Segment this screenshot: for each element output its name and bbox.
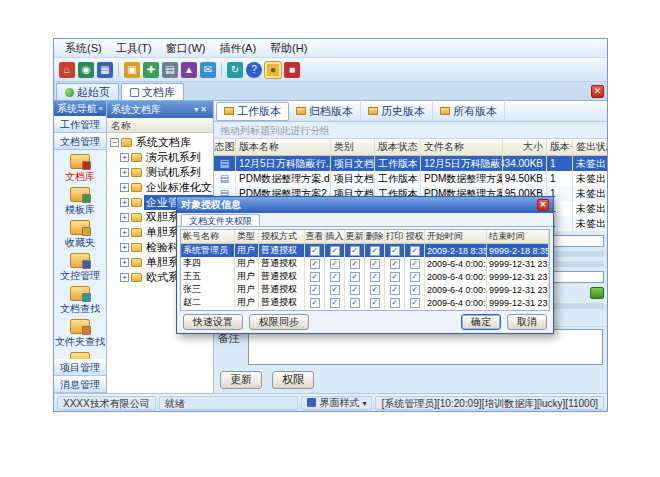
pin-icon[interactable]: ▾✕ — [194, 105, 209, 114]
detail-input[interactable] — [553, 271, 604, 283]
collapse-icon[interactable]: « — [99, 104, 103, 113]
lock-icon[interactable]: ● — [265, 62, 281, 78]
close-tab-icon[interactable] — [591, 85, 604, 98]
delete-checkbox[interactable]: ✓ — [370, 298, 380, 308]
permission-row[interactable]: 张三 用户 普通授权 ✓ ✓ ✓ ✓ ✓ ✓ 2009-6-4 0:00:00 … — [181, 283, 549, 296]
update-checkbox[interactable]: ✓ — [350, 246, 360, 256]
col-version-status[interactable]: 版本状态 — [375, 139, 421, 155]
menu-window[interactable]: 窗口(W) — [159, 39, 213, 58]
permission-row[interactable]: 系统管理员 用户 普通授权 ✓ ✓ ✓ ✓ ✓ ✓ 2009-2-18 8:35… — [181, 244, 549, 257]
tree-node[interactable]: 测试机系列 — [107, 165, 213, 180]
tree-node[interactable]: 企业标准化文件 — [107, 180, 213, 195]
mail-icon[interactable]: ✉ — [200, 62, 216, 78]
save-icon[interactable]: ▦ — [97, 62, 113, 78]
detail-input[interactable] — [553, 235, 604, 247]
view-checkbox[interactable]: ✓ — [310, 259, 320, 269]
insert-checkbox[interactable]: ✓ — [330, 246, 340, 256]
update-checkbox[interactable]: ✓ — [350, 272, 360, 282]
insert-checkbox[interactable]: ✓ — [330, 285, 340, 295]
col-file-name[interactable]: 文件名称 — [421, 139, 503, 155]
ok-button[interactable]: 确定 — [461, 314, 501, 330]
tree-node[interactable]: 演示机系列 — [107, 150, 213, 165]
print-checkbox[interactable]: ✓ — [390, 285, 400, 295]
authorize-checkbox[interactable]: ✓ — [410, 272, 420, 282]
exit-icon[interactable]: ■ — [284, 62, 300, 78]
menu-tools[interactable]: 工具(T) — [109, 39, 159, 58]
update-button[interactable]: 更新 — [220, 371, 262, 389]
print-checkbox[interactable]: ✓ — [390, 246, 400, 256]
ui-style-selector[interactable]: 界面样式 — [301, 396, 372, 410]
dialog-title-bar[interactable]: 对象授权信息 — [177, 197, 553, 213]
expander-icon[interactable] — [120, 243, 129, 252]
expander-icon[interactable] — [120, 273, 129, 282]
col-type[interactable]: 类型 — [235, 230, 259, 243]
view-checkbox[interactable]: ✓ — [310, 272, 320, 282]
tab-document-library[interactable]: 文档库 — [121, 83, 184, 100]
refresh-icon[interactable]: ↻ — [227, 62, 243, 78]
col-view[interactable]: 查看 — [305, 230, 325, 243]
print-checkbox[interactable]: ✓ — [390, 298, 400, 308]
print-checkbox[interactable]: ✓ — [390, 272, 400, 282]
col-account-name[interactable]: 帐号名称 — [181, 230, 235, 243]
sidebar-item-document-library[interactable]: 文档库 — [65, 154, 95, 184]
sidebar-item-folder-search[interactable]: 文件夹查找 — [55, 319, 105, 349]
col-delete[interactable]: 删除 — [365, 230, 385, 243]
col-end-time[interactable]: 结束时间 — [487, 230, 549, 243]
authorize-checkbox[interactable]: ✓ — [410, 246, 420, 256]
col-version-name[interactable]: 版本名称 — [236, 139, 331, 155]
view-checkbox[interactable]: ✓ — [310, 298, 320, 308]
permission-row[interactable]: 赵二 用户 普通授权 ✓ ✓ ✓ ✓ ✓ ✓ 2009-6-4 0:00:00 … — [181, 296, 549, 309]
col-status-icon[interactable]: 状态图标 — [214, 139, 236, 155]
chart-icon[interactable]: ▲ — [181, 62, 197, 78]
menu-plugins[interactable]: 插件(A) — [212, 39, 263, 58]
delete-checkbox[interactable]: ✓ — [370, 285, 380, 295]
table-row[interactable]: ▤ PDM数据整理方案.doc 项目文档 工作版本 PDM数据整理方案.doc … — [214, 171, 607, 186]
tab-all-versions[interactable]: 所有版本 — [433, 102, 505, 121]
col-category[interactable]: 类别 — [331, 139, 375, 155]
expander-icon[interactable] — [120, 153, 129, 162]
sidebar-item-favorites[interactable]: 收藏夹 — [65, 220, 95, 250]
print-checkbox[interactable]: ✓ — [390, 259, 400, 269]
col-size[interactable]: 大小 — [503, 139, 547, 155]
system-icon[interactable]: ⌂ — [59, 62, 75, 78]
browser-icon[interactable]: ◉ — [78, 62, 94, 78]
sidebar-item-doc-search[interactable]: 文档查找 — [60, 286, 100, 316]
col-auth-method[interactable]: 授权方式 — [259, 230, 305, 243]
add-icon[interactable]: ✚ — [143, 62, 159, 78]
expander-icon[interactable] — [120, 183, 129, 192]
close-icon[interactable] — [537, 199, 549, 211]
tree-column-header[interactable]: 名称 — [107, 118, 213, 133]
col-version-no[interactable]: 版本号 — [547, 139, 573, 155]
quick-setup-button[interactable]: 快速设置 — [183, 314, 243, 330]
delete-checkbox[interactable]: ✓ — [370, 272, 380, 282]
print-icon[interactable]: ▤ — [162, 62, 178, 78]
expander-icon[interactable] — [120, 228, 129, 237]
tab-folder-permissions[interactable]: 文档文件夹权限 — [181, 214, 260, 226]
authorize-checkbox[interactable]: ✓ — [410, 285, 420, 295]
update-checkbox[interactable]: ✓ — [350, 298, 360, 308]
authorize-checkbox[interactable]: ✓ — [410, 298, 420, 308]
col-authorize[interactable]: 授权 — [405, 230, 425, 243]
menu-help[interactable]: 帮助(H) — [263, 39, 314, 58]
sidebar-group-document[interactable]: 文档管理 — [54, 133, 106, 150]
expander-icon[interactable] — [120, 168, 129, 177]
col-insert[interactable]: 插入 — [325, 230, 345, 243]
permission-sync-button[interactable]: 权限同步 — [249, 314, 309, 330]
browse-folder-icon[interactable] — [590, 287, 604, 299]
view-checkbox[interactable]: ✓ — [310, 246, 320, 256]
insert-checkbox[interactable]: ✓ — [330, 259, 340, 269]
tab-archived-versions[interactable]: 归档版本 — [289, 102, 361, 121]
view-checkbox[interactable]: ✓ — [310, 285, 320, 295]
sidebar-item-doc-control[interactable]: 文控管理 — [60, 253, 100, 283]
menu-system[interactable]: 系统(S) — [58, 39, 109, 58]
delete-checkbox[interactable]: ✓ — [370, 246, 380, 256]
insert-checkbox[interactable]: ✓ — [330, 298, 340, 308]
expander-icon[interactable] — [120, 198, 129, 207]
tree-node-root[interactable]: 系统文档库 — [107, 135, 213, 150]
update-checkbox[interactable]: ✓ — [350, 259, 360, 269]
permission-row[interactable]: 王五 用户 普通授权 ✓ ✓ ✓ ✓ ✓ ✓ 2009-6-4 0:00:00 … — [181, 270, 549, 283]
tab-start-page[interactable]: 起始页 — [56, 83, 119, 100]
insert-checkbox[interactable]: ✓ — [330, 272, 340, 282]
tab-working-versions[interactable]: 工作版本 — [216, 102, 289, 121]
col-update[interactable]: 更新 — [345, 230, 365, 243]
